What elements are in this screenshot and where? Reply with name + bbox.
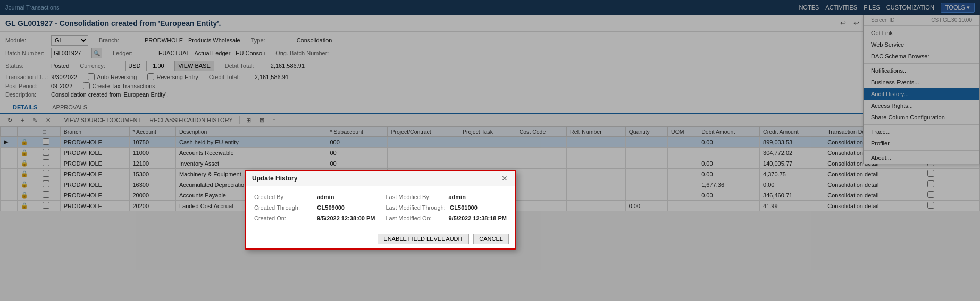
created-through-value: GL509000 [317, 204, 345, 211]
modal-title: Update History [252, 175, 297, 182]
modal-body: Created By: admin Last Modified By: admi… [246, 186, 515, 211]
created-by-label: Created By: [254, 194, 313, 200]
created-through-label: Created Through: [254, 204, 313, 211]
modal-close-btn[interactable]: ✕ [500, 174, 509, 183]
modal-grid: Created By: admin Last Modified By: admi… [254, 194, 507, 211]
created-through-field: Created Through: GL509000 [254, 204, 375, 211]
created-by-field: Created By: admin [254, 194, 375, 200]
last-modified-by-field: Last Modified By: admin [386, 194, 506, 200]
last-modified-through-value: GL501000 [450, 204, 478, 211]
update-history-modal: Update History ✕ Created By: admin Last … [245, 170, 516, 211]
created-by-value: admin [317, 194, 334, 200]
last-modified-by-value: admin [448, 194, 465, 200]
last-modified-through-label: Last Modified Through: [386, 204, 445, 211]
last-modified-by-label: Last Modified By: [386, 194, 444, 200]
modal-header: Update History ✕ [246, 171, 515, 186]
modal-backdrop: Update History ✕ Created By: admin Last … [0, 0, 980, 211]
last-modified-through-field: Last Modified Through: GL501000 [386, 204, 506, 211]
